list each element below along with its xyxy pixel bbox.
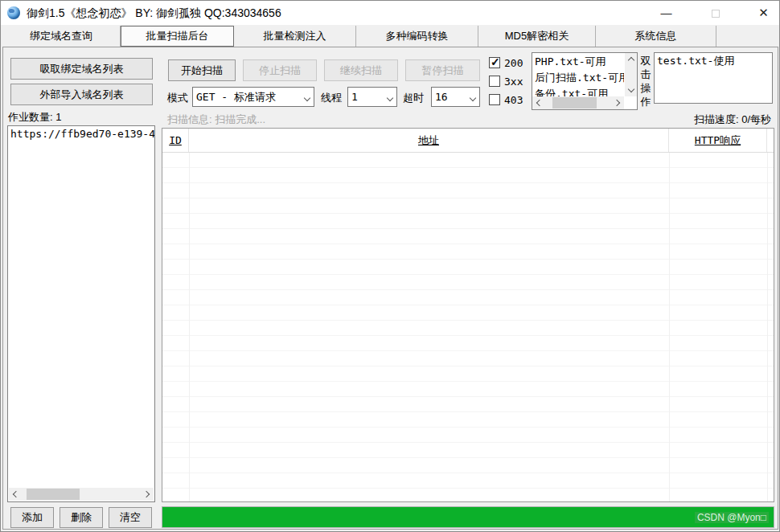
maximize-button <box>697 1 733 25</box>
tabbar: 绑定域名查询 批量扫描后台 批量检测注入 多种编码转换 MD5解密相关 系统信息 <box>2 26 779 47</box>
results-header-spacer <box>767 129 774 152</box>
checkbox-3xx-icon[interactable] <box>489 76 500 87</box>
dict-list-item[interactable]: PHP.txt-可用 <box>532 53 624 69</box>
job-count-label: 作业数量: 1 <box>8 110 61 125</box>
column-divider <box>189 153 190 501</box>
import-domain-list-button[interactable]: 外部导入域名列表 <box>10 84 153 105</box>
checkbox-403-label: 403 <box>504 94 523 106</box>
job-list-hscroll-thumb[interactable] <box>27 489 80 500</box>
timeout-label: 超时 <box>403 91 424 105</box>
app-globe-icon <box>7 6 20 19</box>
clear-button[interactable]: 清空 <box>109 507 152 528</box>
dict-list-hscrollbar[interactable] <box>532 96 624 109</box>
scroll-left-icon[interactable] <box>532 96 545 109</box>
tab-encoding-convert[interactable]: 多种编码转换 <box>356 26 478 47</box>
scroll-up-icon[interactable] <box>625 53 637 65</box>
scroll-left-icon[interactable] <box>9 488 22 501</box>
status-filter-403[interactable]: 403 <box>489 93 523 106</box>
pause-scan-button: 暂停扫描 <box>405 59 480 81</box>
scroll-right-icon[interactable] <box>141 488 154 501</box>
job-list[interactable]: https://ffb9ed70-e139-4 <box>7 125 155 502</box>
add-button[interactable]: 添加 <box>10 507 54 528</box>
window-title: 御剑1.5《想念初恋》 BY: 御剑孤独 QQ:343034656 <box>27 6 281 21</box>
results-header-address[interactable]: 地址 <box>189 129 669 152</box>
status-filter-200[interactable]: 200 <box>489 56 523 69</box>
scan-info-label: 扫描信息: 扫描完成... <box>167 113 265 127</box>
results-table-header: ID 地址 HTTP响应 <box>162 129 774 153</box>
results-table: ID 地址 HTTP响应 <box>162 128 774 502</box>
app-window: 御剑1.5《想念初恋》 BY: 御剑孤独 QQ:343034656 — ✕ 绑定… <box>0 0 780 532</box>
chevron-down-icon[interactable] <box>466 91 479 103</box>
tab-batch-scan-backend[interactable]: 批量扫描后台 <box>121 26 234 47</box>
checkbox-3xx-label: 3xx <box>504 76 523 88</box>
titlebar: 御剑1.5《想念初恋》 BY: 御剑孤独 QQ:343034656 — ✕ <box>1 1 779 25</box>
chevron-down-icon[interactable] <box>384 91 396 103</box>
column-divider <box>669 153 670 501</box>
current-dict-value: test.txt-使用 <box>655 53 772 68</box>
tab-batch-injection-check[interactable]: 批量检测注入 <box>234 26 356 47</box>
close-button[interactable]: ✕ <box>745 1 780 25</box>
resume-scan-button: 继续扫描 <box>324 59 398 81</box>
column-divider <box>767 153 768 501</box>
timeout-select[interactable]: 16 <box>431 87 480 107</box>
results-header-id[interactable]: ID <box>162 129 189 152</box>
dict-list-hscroll-thumb[interactable] <box>552 97 597 108</box>
job-list-hscrollbar[interactable] <box>9 488 154 501</box>
checkbox-403-icon[interactable] <box>489 94 500 105</box>
double-click-hint-label: 双击操作 <box>639 54 652 108</box>
thread-select[interactable]: 1 <box>347 87 397 107</box>
mode-label: 模式 <box>167 91 188 105</box>
chevron-down-icon[interactable] <box>301 91 314 103</box>
dict-list-item[interactable]: 后门扫描.txt-可用 <box>532 69 624 85</box>
timeout-value: 16 <box>435 91 466 103</box>
progress-bar: CSDN @Myon□ <box>162 506 774 528</box>
results-header-http-response[interactable]: HTTP响应 <box>669 129 767 152</box>
minimize-button[interactable]: — <box>648 1 684 25</box>
thread-value: 1 <box>351 91 384 103</box>
checkbox-200-label: 200 <box>504 57 523 69</box>
tab-bind-domain-query[interactable]: 绑定域名查询 <box>2 26 121 47</box>
delete-button[interactable]: 删除 <box>60 507 103 528</box>
start-scan-button[interactable]: 开始扫描 <box>168 59 236 81</box>
tab-system-info[interactable]: 系统信息 <box>596 26 716 47</box>
checkbox-200-icon[interactable] <box>489 57 500 68</box>
dict-list-vscrollbar[interactable] <box>625 53 637 96</box>
results-body <box>162 153 774 501</box>
job-list-item[interactable]: https://ffb9ed70-e139-4 <box>8 126 154 141</box>
scroll-down-icon[interactable] <box>625 84 637 96</box>
status-filter-3xx[interactable]: 3xx <box>489 75 523 88</box>
dict-list[interactable]: PHP.txt-可用 后门扫描.txt-可用 备份.txt-可用 <box>532 52 638 110</box>
mode-select[interactable]: GET - 标准请求 <box>192 87 314 107</box>
dict-list-item[interactable]: 备份.txt-可用 <box>532 85 624 96</box>
stop-scan-button: 停止扫描 <box>243 59 317 81</box>
thread-label: 线程 <box>321 91 342 105</box>
dict-list-items[interactable]: PHP.txt-可用 后门扫描.txt-可用 备份.txt-可用 <box>532 53 624 96</box>
current-dict-textbox[interactable]: test.txt-使用 <box>654 52 773 104</box>
grab-domain-list-button[interactable]: 吸取绑定域名列表 <box>10 58 153 80</box>
scan-speed-label: 扫描速度: 0/每秒 <box>694 113 771 127</box>
scroll-right-icon[interactable] <box>611 96 624 109</box>
tab-md5-decrypt[interactable]: MD5解密相关 <box>478 26 596 47</box>
watermark-label: CSDN @Myon□ <box>695 512 769 523</box>
maximize-icon <box>712 10 720 18</box>
mode-value: GET - 标准请求 <box>196 90 301 104</box>
